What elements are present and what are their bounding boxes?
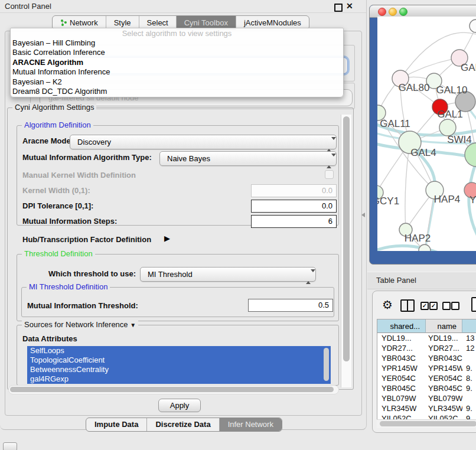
mi-threshold-field[interactable]: 0.5	[248, 299, 333, 312]
attribute-item-betweennesscentrality[interactable]: BetweennessCentrality	[27, 365, 331, 374]
mi-steps-field[interactable]: 6	[251, 215, 337, 228]
table-row[interactable]: YLR345WYLR345W9.	[377, 403, 476, 413]
deselect-checkbox-icon[interactable]	[451, 302, 459, 310]
table-cell: 8.	[462, 373, 476, 383]
splitter-collapse-arrow-icon[interactable]	[361, 213, 365, 217]
tab-infer-network[interactable]: Infer Network	[219, 418, 282, 431]
table-cell	[462, 353, 476, 363]
table-row[interactable]: YER054CYER054C8.	[377, 373, 476, 383]
network-node[interactable]	[470, 19, 476, 32]
dpi-tolerance-field[interactable]: 0.0	[251, 200, 337, 213]
table-cell: YDL19...	[426, 333, 462, 343]
minimize-traffic-light-icon[interactable]	[389, 8, 397, 16]
dropdown-placeholder: Select algorithm to view settings	[11, 28, 343, 38]
column-header-name[interactable]: name	[426, 319, 462, 333]
mi-threshold-group-title: MI Threshold Definition	[27, 282, 110, 291]
combo-stepper-icon	[327, 138, 331, 151]
table-panel-title: Table Panel	[376, 276, 416, 285]
scrollbar-thumb[interactable]	[343, 116, 350, 361]
float-window-icon[interactable]	[334, 4, 343, 12]
node-label-y: Y	[470, 194, 476, 206]
attribute-item-selfloops[interactable]: SelfLoops	[27, 346, 331, 356]
table-cell: YBR043C	[377, 353, 426, 363]
bottom-corner-button[interactable]	[3, 442, 17, 450]
column-header-2[interactable]	[462, 319, 476, 333]
table-row[interactable]: YBR045CYBR045C9.	[377, 383, 476, 393]
column-header-shared-[interactable]: shared...	[377, 319, 426, 333]
table-row[interactable]: YDR27...YDR27...12	[377, 343, 476, 353]
table-cell: YER054C	[426, 373, 462, 383]
network-node[interactable]	[439, 119, 456, 136]
table-cell	[462, 393, 476, 403]
table-row[interactable]: YPR145WYPR145W9.	[377, 363, 476, 373]
algorithm-option-bayesian-hill-climbing[interactable]: Bayesian – Hill Climbing	[11, 38, 343, 48]
network-node[interactable]	[419, 244, 431, 251]
select-all-checkbox-icon[interactable]: ✓	[420, 302, 429, 310]
desktop: { "colors": { "accent_blue_title": "#2a2…	[0, 0, 476, 450]
table-row[interactable]: YBR043CYBR043C	[377, 353, 476, 363]
check-glyph: ✓	[422, 302, 427, 309]
new-table-icon[interactable]	[471, 297, 476, 312]
algorithm-option-dream8-dc-tdc-algorithm[interactable]: Dream8 DC_TDC Algorithm	[11, 87, 343, 96]
deselect-checkbox-icon[interactable]	[442, 302, 451, 310]
table-row[interactable]: YDL19...YDL19...13	[377, 333, 476, 343]
table-cell: 12	[462, 343, 476, 353]
table-cell: YDR27...	[426, 343, 462, 353]
apply-button[interactable]: Apply	[158, 399, 201, 412]
mi-type-label: Mutual Information Algorithm Type:	[22, 153, 152, 162]
sources-group-title[interactable]: Sources for Network Inference ▼	[22, 320, 138, 329]
data-attributes-list[interactable]: SelfLoopsTopologicalCoefficientBetweenne…	[27, 346, 331, 384]
mi-steps-label: Mutual Information Steps:	[22, 217, 117, 226]
attribute-item-topologicalcoefficient[interactable]: TopologicalCoefficient	[27, 356, 331, 365]
node-label-gal: GAL	[461, 62, 476, 73]
table-cell: 9.	[462, 363, 476, 373]
close-traffic-light-icon[interactable]	[378, 8, 386, 16]
gear-icon[interactable]: ⚙	[382, 298, 393, 312]
table-row[interactable]: YBL079WYBL079W	[377, 393, 476, 403]
select-all-checkbox-icon[interactable]: ✓	[429, 302, 438, 310]
table-cell: YER054C	[377, 373, 426, 383]
table-cell: YBL079W	[377, 393, 426, 403]
close-icon[interactable]: ✕	[346, 1, 353, 11]
table-body: YDL19...YDL19...13YDR27...YDR27...12YBR0…	[377, 333, 476, 420]
attribute-item-gal4rgexp[interactable]: gal4RGexp	[27, 374, 331, 384]
network-node[interactable]	[465, 143, 476, 167]
table-cell: 13	[462, 333, 476, 343]
algorithm-option-aracne-algorithm[interactable]: ARACNE Algorithm	[11, 58, 343, 67]
network-canvas[interactable]: GALGAL80GAL10GAL1GAL11SWI4GAL4HAP4YGCY1H…	[377, 17, 476, 251]
aracne-mode-value: Discovery	[77, 138, 111, 146]
zoom-traffic-light-icon[interactable]	[399, 8, 407, 16]
threshold-definition-title: Threshold Definition	[22, 249, 95, 258]
table-cell: YBR043C	[426, 353, 462, 363]
settings-vertical-scrollbar[interactable]	[341, 115, 351, 387]
table-horizontal-scrollbar[interactable]	[377, 419, 476, 428]
aracne-mode-combo[interactable]: Discovery	[70, 135, 337, 149]
list-scrollbar-thumb[interactable]	[324, 348, 329, 381]
kernel-width-label: Kernel Width (0,1):	[22, 186, 90, 195]
hub-definition-label[interactable]: Hub/Transcription Factor Definition	[22, 235, 151, 244]
table-cell: YDL19...	[377, 333, 426, 343]
tab-discretize-data[interactable]: Discretize Data	[146, 418, 219, 431]
mi-type-combo[interactable]: Naive Bayes	[159, 151, 337, 166]
node-label-gal80: GAL80	[399, 82, 430, 93]
node-label-gal11: GAL11	[380, 118, 410, 129]
manual-kernel-checkbox[interactable]	[325, 170, 334, 179]
scrollbar-thumb[interactable]	[10, 387, 334, 392]
scrollbar-thumb[interactable]	[380, 421, 476, 426]
settings-horizontal-scrollbar[interactable]	[8, 385, 339, 394]
network-tab-icon	[60, 19, 67, 26]
algorithm-option-mutual-information-inference[interactable]: Mutual Information Inference	[11, 67, 343, 77]
kernel-width-field[interactable]: 0.0	[251, 184, 337, 197]
sources-collapse-caret-icon[interactable]: ▼	[130, 322, 136, 328]
table-cell: YBR045C	[377, 383, 426, 393]
which-threshold-combo[interactable]: MI Threshold	[140, 267, 316, 282]
split-columns-icon[interactable]	[400, 299, 415, 312]
node-label-swi4: SWI4	[447, 134, 472, 145]
tab-impute-data[interactable]: Impute Data	[86, 418, 146, 431]
algorithm-option-basic-correlation-inference[interactable]: Basic Correlation Inference	[11, 48, 343, 57]
sources-title-text: Sources for Network Inference	[24, 320, 128, 329]
algorithm-option-bayesian-k2[interactable]: Bayesian – K2	[11, 77, 343, 87]
dpi-tolerance-label: DPI Tolerance [0,1]:	[22, 201, 93, 210]
hub-expand-caret-icon[interactable]: ▶	[164, 234, 170, 243]
table-row[interactable]: YIL052CYIL052C9.	[377, 413, 476, 419]
